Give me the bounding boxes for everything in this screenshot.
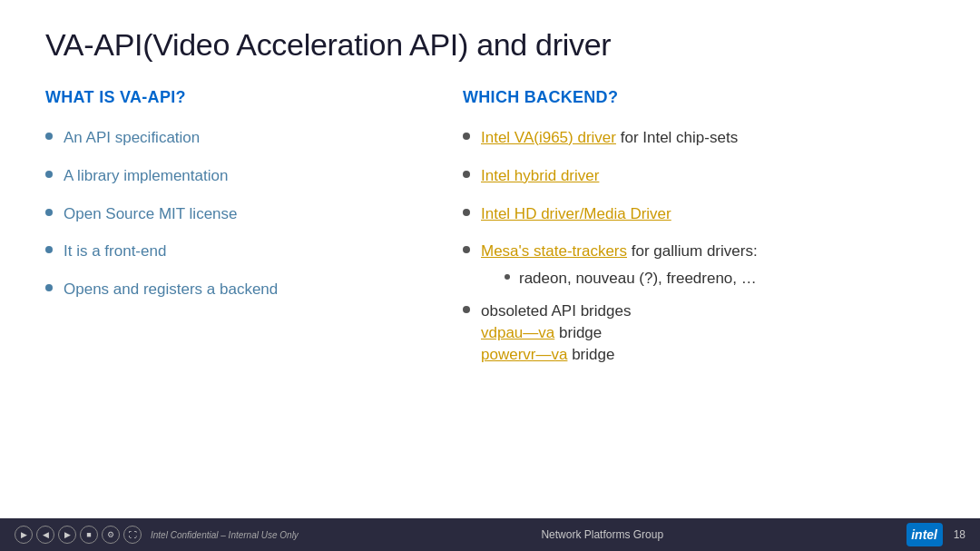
- next-button[interactable]: ▶: [58, 526, 76, 544]
- columns: WHAT IS VA-API? An API specification A l…: [45, 88, 935, 381]
- list-item-text: Open Source MIT license: [64, 203, 238, 225]
- slide-content: VA-API(Video Acceleration API) and drive…: [0, 0, 980, 518]
- list-item-text: obsoleted API bridges vdpau—va bridge po…: [481, 300, 631, 365]
- list-item-text: Mesa's state-trackers for gallium driver…: [481, 241, 758, 262]
- list-item: Intel hybrid driver: [463, 165, 935, 187]
- bullet-dot: [45, 209, 53, 216]
- footer: ▶ ◀ ▶ ■ ⚙ ⛶ Intel Confidential – Interna…: [0, 518, 980, 551]
- prev-button[interactable]: ◀: [36, 526, 54, 544]
- fullscreen-button[interactable]: ⛶: [123, 526, 142, 544]
- powervr-bridge-text: bridge: [572, 346, 614, 363]
- list-item: An API specification: [45, 127, 426, 149]
- intel-logo: intel: [906, 523, 943, 546]
- list-item: Mesa's state-trackers for gallium driver…: [463, 241, 935, 262]
- sub-item-text: radeon, nouveau (?), freedreno, …: [519, 268, 757, 290]
- settings-button[interactable]: ⚙: [102, 526, 120, 544]
- left-column: WHAT IS VA-API? An API specification A l…: [45, 88, 426, 381]
- list-item: Intel VA(i965) driver for Intel chip-set…: [463, 127, 935, 149]
- confidential-label: Intel Confidential – Internal Use Only: [151, 530, 299, 540]
- bullet-dot: [463, 171, 470, 178]
- bullet-dot: [463, 246, 470, 253]
- bullet-dot: [463, 133, 470, 140]
- bullet-dot: [45, 171, 53, 178]
- page-number: 18: [954, 528, 965, 541]
- list-item-text: An API specification: [64, 127, 200, 149]
- mesa-text: for gallium drivers:: [632, 242, 758, 260]
- vdpau-bridge-text: bridge: [559, 324, 602, 341]
- right-bullet-list: Intel VA(i965) driver for Intel chip-set…: [463, 127, 935, 365]
- right-heading: WHICH BACKEND?: [463, 88, 935, 107]
- intel-hybrid-driver-link[interactable]: Intel hybrid driver: [481, 167, 599, 184]
- list-item-text: Intel HD driver/Media Driver: [481, 203, 671, 225]
- intel-hd-driver-link[interactable]: Intel HD driver/Media Driver: [481, 205, 671, 222]
- slide-title: VA-API(Video Acceleration API) and drive…: [45, 27, 935, 63]
- powervr-va-link[interactable]: powervr—va: [481, 346, 567, 363]
- stop-button[interactable]: ■: [80, 526, 98, 544]
- playback-controls: ▶ ◀ ▶ ■ ⚙ ⛶: [15, 526, 142, 544]
- intel-va-driver-link[interactable]: Intel VA(i965) driver: [481, 129, 616, 146]
- play-button[interactable]: ▶: [15, 526, 33, 544]
- list-item-text: Intel VA(i965) driver for Intel chip-set…: [481, 127, 738, 149]
- footer-right: intel 18: [906, 523, 965, 546]
- list-item-text: Intel hybrid driver: [481, 165, 599, 187]
- list-item: A library implementation: [45, 165, 426, 187]
- bullet-dot: [45, 246, 53, 253]
- footer-center-text: Network Platforms Group: [541, 528, 663, 541]
- intel-va-driver-text: for Intel chip-sets: [621, 129, 738, 146]
- slide: VA-API(Video Acceleration API) and drive…: [0, 0, 980, 551]
- mesa-state-trackers-link[interactable]: Mesa's state-trackers: [481, 242, 627, 260]
- footer-left: ▶ ◀ ▶ ■ ⚙ ⛶ Intel Confidential – Interna…: [15, 526, 299, 544]
- bullet-dot: [463, 306, 470, 313]
- list-item-text: It is a front-end: [64, 241, 166, 262]
- sub-bullet-dot: [505, 274, 510, 280]
- bullet-dot: [45, 284, 53, 291]
- list-item: Opens and registers a backend: [45, 279, 426, 300]
- list-item: obsoleted API bridges vdpau—va bridge po…: [463, 300, 935, 365]
- list-item: Open Source MIT license: [45, 203, 426, 225]
- bullet-dot: [463, 209, 470, 216]
- vdpau-va-link[interactable]: vdpau—va: [481, 324, 554, 341]
- sub-list-item: radeon, nouveau (?), freedreno, …: [463, 268, 935, 290]
- left-bullet-list: An API specification A library implement…: [45, 127, 426, 300]
- list-item-text: Opens and registers a backend: [64, 279, 278, 300]
- obsoleted-text: obsoleted API bridges: [481, 302, 631, 320]
- list-item: It is a front-end: [45, 241, 426, 262]
- list-item: Intel HD driver/Media Driver: [463, 203, 935, 225]
- bullet-dot: [45, 133, 53, 140]
- right-column: WHICH BACKEND? Intel VA(i965) driver for…: [463, 88, 935, 381]
- list-item-text: A library implementation: [64, 165, 228, 187]
- left-heading: WHAT IS VA-API?: [45, 88, 426, 107]
